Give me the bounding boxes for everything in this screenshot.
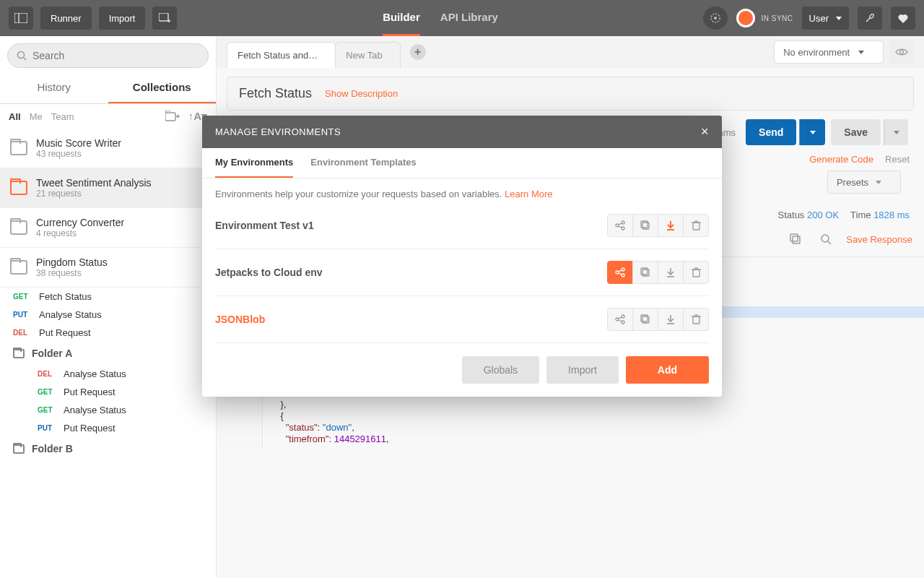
trash-icon[interactable]: [683, 261, 709, 284]
svg-point-29: [622, 268, 624, 271]
tab-builder[interactable]: Builder: [383, 0, 420, 36]
modal-tabs: My Environments Environment Templates: [202, 148, 722, 178]
tab-my-environments[interactable]: My Environments: [215, 148, 293, 178]
modal-overlay: MANAGE ENVIRONMENTS × My Environments En…: [0, 36, 924, 578]
import-button[interactable]: Import: [99, 7, 146, 30]
download-icon[interactable]: [658, 261, 684, 284]
svg-point-41: [622, 315, 624, 318]
svg-rect-50: [693, 316, 699, 324]
globals-button[interactable]: Globals: [462, 356, 539, 384]
modal-import-button[interactable]: Import: [546, 356, 619, 384]
interceptor-icon[interactable]: [703, 7, 728, 30]
svg-line-33: [619, 273, 622, 275]
download-icon[interactable]: [658, 214, 684, 237]
modal-header: MANAGE ENVIRONMENTS ×: [202, 116, 722, 148]
heart-icon[interactable]: [891, 7, 915, 30]
svg-rect-0: [14, 13, 27, 23]
environment-name: Jetpacks to Cloud env: [215, 267, 323, 278]
svg-rect-26: [693, 223, 699, 230]
sync-dot-icon: [736, 9, 755, 27]
svg-point-6: [714, 17, 717, 20]
environment-list: Environment Test v1 Jetpacks to Cloud en…: [202, 202, 722, 343]
topbar-center: Builder API Library: [184, 0, 696, 36]
learn-more-link[interactable]: Learn More: [505, 189, 552, 199]
tab-api-library[interactable]: API Library: [440, 0, 498, 36]
environment-name: JSONBlob: [215, 314, 265, 325]
topbar: Runner Import Builder API Library IN SYN…: [0, 0, 924, 36]
add-button[interactable]: Add: [626, 356, 709, 384]
user-menu[interactable]: User: [802, 7, 849, 30]
tab-environment-templates[interactable]: Environment Templates: [310, 148, 416, 178]
new-window-icon[interactable]: [152, 7, 177, 30]
environment-row[interactable]: JSONBlob: [215, 296, 709, 343]
manage-environments-modal: MANAGE ENVIRONMENTS × My Environments En…: [202, 116, 722, 397]
svg-line-20: [619, 223, 622, 225]
environment-row[interactable]: Environment Test v1: [215, 202, 709, 249]
sync-label: IN SYNC: [761, 14, 793, 22]
chevron-down-icon: [836, 17, 842, 20]
modal-help-text: Environments help your customize your re…: [202, 178, 722, 202]
svg-line-32: [619, 270, 622, 272]
duplicate-icon[interactable]: [632, 261, 658, 284]
share-icon[interactable]: [607, 214, 633, 237]
environment-row[interactable]: Jetpacks to Cloud env: [215, 249, 709, 296]
trash-icon[interactable]: [683, 214, 709, 237]
svg-point-30: [616, 271, 619, 274]
svg-point-43: [622, 321, 624, 324]
modal-footer: Globals Import Add: [202, 343, 722, 397]
svg-rect-2: [159, 13, 168, 21]
svg-point-17: [622, 221, 624, 224]
close-icon[interactable]: ×: [701, 124, 709, 139]
svg-point-18: [616, 224, 619, 227]
svg-rect-38: [693, 269, 699, 277]
sync-badge[interactable]: IN SYNC: [736, 9, 793, 27]
trash-icon[interactable]: [683, 308, 709, 331]
share-icon[interactable]: [607, 261, 633, 284]
svg-line-21: [619, 226, 622, 228]
wrench-icon[interactable]: [858, 7, 882, 30]
panel-toggle-icon[interactable]: [9, 7, 33, 30]
svg-line-44: [619, 317, 622, 319]
svg-point-42: [616, 318, 619, 321]
svg-point-19: [622, 227, 624, 230]
share-icon[interactable]: [607, 308, 633, 331]
svg-point-31: [622, 274, 624, 277]
topbar-right: IN SYNC User: [703, 7, 915, 30]
modal-title: MANAGE ENVIRONMENTS: [215, 126, 341, 137]
duplicate-icon[interactable]: [632, 214, 658, 237]
svg-line-45: [619, 320, 622, 322]
duplicate-icon[interactable]: [632, 308, 658, 331]
user-label: User: [809, 13, 829, 24]
download-icon[interactable]: [658, 308, 684, 331]
runner-button[interactable]: Runner: [40, 7, 92, 30]
environment-name: Environment Test v1: [215, 220, 314, 231]
